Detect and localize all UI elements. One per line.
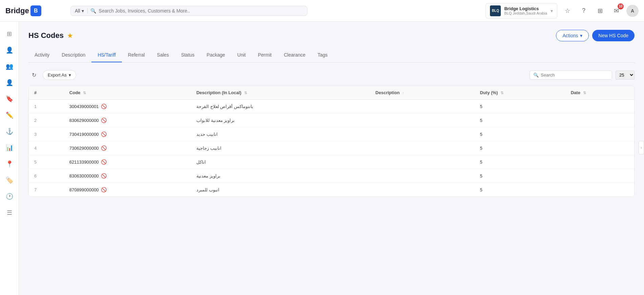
tab-hs-tariff[interactable]: HS/Tariff — [91, 48, 122, 62]
cell-desc-local: انابيب حديد — [191, 127, 370, 141]
company-selector[interactable]: BLQ Bridge Logistics BLQ Jeddah,Saudi Ar… — [486, 3, 557, 19]
cell-num: 1 — [29, 100, 64, 113]
company-sub: BLQ Jeddah,Saudi Arabia — [504, 11, 547, 15]
sidebar-item-add-user[interactable]: 👤 — [3, 76, 16, 89]
cell-num: 6 — [29, 169, 64, 183]
cell-code: 300439000001 🚫 — [64, 100, 191, 113]
ban-icon: 🚫 — [101, 159, 107, 165]
sidebar-collapse-toggle[interactable]: ‹ — [639, 141, 644, 154]
cell-code: 730419000000 🚫 — [64, 127, 191, 141]
code-value: 830630000000 — [69, 173, 99, 178]
tab-permit[interactable]: Permit — [252, 48, 278, 62]
chevron-down-icon: ▾ — [82, 8, 84, 14]
toolbar-left: ↻ Export As ▾ — [28, 69, 76, 80]
sidebar-item-teams[interactable]: 👥 — [3, 60, 16, 73]
tab-tags[interactable]: Tags — [312, 48, 334, 62]
navbar-right: BLQ Bridge Logistics BLQ Jeddah,Saudi Ar… — [486, 3, 639, 19]
ban-icon: 🚫 — [101, 145, 107, 151]
cell-desc-local: انبوب للمبرد — [191, 183, 370, 197]
sidebar-item-shipments[interactable]: ⚓ — [3, 125, 16, 138]
col-code[interactable]: Code ⇅ — [64, 86, 191, 100]
tab-unit[interactable]: Unit — [231, 48, 252, 62]
header-actions: Actions ▾ New HS Code — [556, 30, 635, 41]
search-icon: 🔍 — [90, 8, 96, 14]
refresh-button[interactable]: ↻ — [28, 69, 39, 80]
tabs-bar: Activity Description HS/Tariff Referral … — [28, 48, 635, 63]
brand-logo[interactable]: Bridge B — [5, 5, 66, 16]
main-content: HS Codes ★ Actions ▾ New HS Code Activit… — [19, 22, 644, 295]
cell-desc-local: انابيب زجاجية — [191, 141, 370, 155]
per-page-dropdown[interactable]: 25 50 100 — [616, 70, 635, 80]
company-logo: BLQ — [490, 5, 501, 16]
company-name: Bridge Logistics — [504, 6, 547, 11]
chevron-down-icon: ▾ — [551, 8, 553, 14]
cell-date — [565, 127, 634, 141]
sort-icon: ⇅ — [244, 91, 247, 95]
cell-code: 730629000000 🚫 — [64, 141, 191, 155]
cell-date — [565, 141, 634, 155]
sidebar-item-locations[interactable]: 📍 — [3, 157, 16, 171]
ban-icon: 🚫 — [101, 118, 107, 123]
ban-icon: 🚫 — [101, 131, 107, 137]
tab-sales[interactable]: Sales — [151, 48, 175, 62]
col-num: # — [29, 86, 64, 100]
cell-duty: 5 — [475, 155, 565, 169]
tab-referral[interactable]: Referral — [122, 48, 151, 62]
sort-icon: ⇅ — [83, 91, 86, 95]
sidebar-item-tags[interactable]: 🏷️ — [3, 173, 16, 187]
tab-status[interactable]: Status — [175, 48, 201, 62]
sidebar-item-history[interactable]: 🕐 — [3, 190, 16, 203]
table-row: 3 730419000000 🚫 انابيب حديد 5 — [29, 127, 634, 141]
tab-clearance[interactable]: Clearance — [278, 48, 312, 62]
code-value: 300439000001 — [69, 104, 99, 109]
sidebar-item-menu[interactable]: ☰ — [3, 206, 16, 219]
cell-num: 3 — [29, 127, 64, 141]
col-date[interactable]: Date ⇅ — [565, 86, 634, 100]
data-table: # Code ⇅ Description (In Local) ⇅ Descri… — [29, 86, 634, 196]
page-title-area: HS Codes ★ — [28, 31, 73, 40]
table-row: 5 621133900000 🚫 اناكل 5 — [29, 155, 634, 169]
actions-button[interactable]: Actions ▾ — [556, 30, 589, 41]
tab-description[interactable]: Description — [56, 48, 91, 62]
help-icon[interactable]: ? — [578, 5, 590, 17]
cell-date — [565, 155, 634, 169]
search-filter-dropdown[interactable]: All ▾ — [75, 8, 88, 14]
sidebar-item-bookmarks[interactable]: 🔖 — [3, 92, 16, 106]
cell-date — [565, 169, 634, 183]
cell-code: 830630000000 🚫 — [64, 169, 191, 183]
col-description[interactable]: Description ↑ — [370, 86, 475, 100]
table-search-input[interactable] — [541, 72, 608, 78]
cell-desc-local: اناكل — [191, 155, 370, 169]
star-nav-icon[interactable]: ☆ — [561, 5, 574, 17]
cell-desc-local: بانتوماكس أقراص لعلاج القرحة — [191, 100, 370, 113]
favorite-star-icon[interactable]: ★ — [67, 31, 73, 40]
cell-description — [370, 100, 475, 113]
notifications-icon[interactable]: ✉ 10 — [610, 5, 622, 17]
ban-icon: 🚫 — [101, 173, 107, 178]
cell-num: 2 — [29, 113, 64, 127]
sidebar-item-analytics[interactable]: 📊 — [3, 141, 16, 154]
col-duty[interactable]: Duty (%) ⇅ — [475, 86, 565, 100]
col-desc-local[interactable]: Description (In Local) ⇅ — [191, 86, 370, 100]
new-hs-code-button[interactable]: New HS Code — [592, 30, 635, 41]
tab-activity[interactable]: Activity — [28, 48, 56, 62]
tab-package[interactable]: Package — [200, 48, 231, 62]
table-row: 4 730629000000 🚫 انابيب زجاجية 5 — [29, 141, 634, 155]
grid-icon[interactable]: ⊞ — [594, 5, 606, 17]
cell-code: 621133900000 🚫 — [64, 155, 191, 169]
brand-icon: B — [30, 5, 41, 16]
chevron-down-icon: ▾ — [69, 72, 71, 78]
table-row: 6 830630000000 🚫 براويز معدنية 5 — [29, 169, 634, 183]
hs-codes-table: # Code ⇅ Description (In Local) ⇅ Descri… — [28, 86, 635, 197]
sidebar-item-contacts[interactable]: 👤 — [3, 43, 16, 57]
sort-icon: ⇅ — [500, 91, 503, 95]
avatar[interactable]: A — [626, 5, 639, 17]
chevron-down-icon: ▾ — [580, 33, 582, 38]
global-search-input[interactable] — [99, 8, 303, 14]
sidebar-item-dashboard[interactable]: ⊞ — [3, 27, 16, 41]
sidebar-item-edit[interactable]: ✏️ — [3, 108, 16, 122]
toolbar-right: 🔍 25 50 100 — [530, 70, 635, 80]
export-button[interactable]: Export As ▾ — [43, 70, 76, 80]
table-row: 7 870899000000 🚫 انبوب للمبرد 5 — [29, 183, 634, 197]
code-value: 730629000000 — [69, 146, 99, 151]
